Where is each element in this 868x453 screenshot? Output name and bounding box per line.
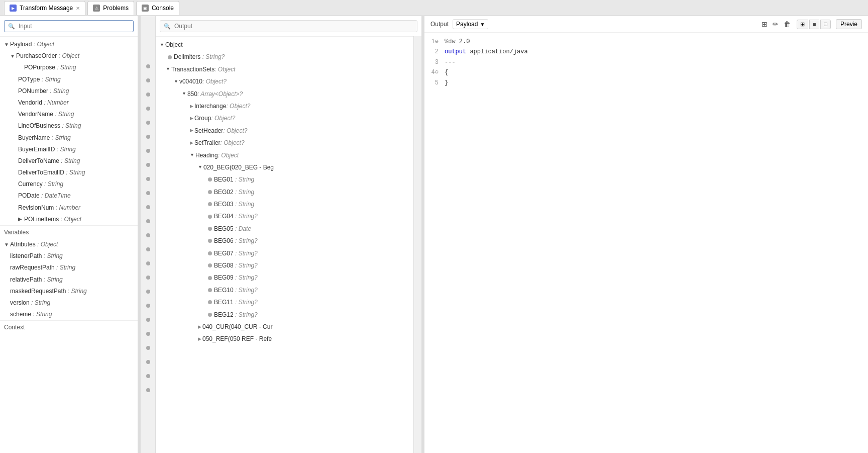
connector-dot	[146, 290, 150, 294]
preview-button[interactable]: Previe	[836, 19, 862, 29]
listenerpath-item[interactable]: listenerPath : String	[0, 250, 138, 262]
beg11-item[interactable]: BEG11 : String?	[156, 296, 421, 308]
delivertoemailid-item[interactable]: DeliverToEmailID : String	[0, 167, 138, 178]
setheader-label: SetHeader	[194, 126, 223, 136]
connector-circle	[208, 202, 212, 206]
popurpose-item[interactable]: POPurpose : String	[0, 62, 138, 73]
beg10-item[interactable]: BEG10 : String?	[156, 284, 421, 296]
output-search-bar: 🔍	[156, 16, 421, 37]
group-label: Group	[194, 113, 211, 123]
vendorname-label: VendorName	[18, 110, 53, 119]
tab-transform[interactable]: ▶ Transform Message ✕	[4, 1, 85, 15]
group-item[interactable]: ▶ Group : Object?	[156, 112, 421, 124]
ponumber-type: : String	[48, 86, 69, 96]
expand-triangle: ▶	[198, 335, 201, 343]
beg02-item[interactable]: BEG02 : String	[156, 186, 421, 198]
v004010-item[interactable]: ▼ v004010 : Object?	[156, 75, 421, 87]
connector-dot	[146, 233, 150, 237]
line-content: ---	[445, 57, 456, 67]
revisionnum-item[interactable]: RevisionNum : Number	[0, 202, 138, 214]
connector-dot	[146, 78, 150, 82]
beg12-item[interactable]: BEG12 : String?	[156, 309, 421, 321]
beg03-item[interactable]: BEG03 : String	[156, 198, 421, 210]
view-toggle-split2[interactable]: ⊞	[797, 20, 808, 29]
tab-problems-label: Problems	[103, 5, 129, 12]
beg08-item[interactable]: BEG08 : String?	[156, 259, 421, 271]
potype-item[interactable]: POType : String	[0, 74, 138, 85]
transform-icon: ▶	[10, 5, 17, 12]
payload-root[interactable]: ▼ Payload : Object	[0, 39, 138, 50]
beg07-item[interactable]: BEG07 : String?	[156, 247, 421, 259]
expand-triangle: ▼	[198, 163, 202, 171]
020beg-item[interactable]: ▼ 020_BEG(020_BEG - Beg	[156, 161, 421, 173]
settrailer-item[interactable]: ▶ SetTrailer : Object?	[156, 137, 421, 149]
850-item[interactable]: ▼ 850 : Array<Object>?	[156, 88, 421, 100]
version-item[interactable]: version : String	[0, 297, 138, 309]
setheader-item[interactable]: ▶ SetHeader : Object?	[156, 125, 421, 137]
view-toggle-split[interactable]: ≡	[809, 20, 819, 29]
heading-item[interactable]: ▼ Heading : Object	[156, 149, 421, 161]
output-search-input[interactable]	[160, 20, 417, 32]
scheme-item[interactable]: scheme : String	[0, 309, 138, 320]
beg01-item[interactable]: BEG01 : String	[156, 173, 421, 186]
podate-item[interactable]: PODate : DateTime	[0, 190, 138, 202]
interchange-label: Interchange	[194, 101, 226, 111]
object-root[interactable]: ▼ Object	[156, 39, 421, 51]
podate-type: : DateTime	[40, 191, 71, 201]
maskedrequestpath-item[interactable]: maskedRequestPath : String	[0, 286, 138, 297]
edit-icon[interactable]: ✏	[772, 19, 780, 29]
beg11-label: BEG11 : String?	[214, 297, 258, 307]
attributes-root[interactable]: ▼ Attributes : Object	[0, 239, 138, 250]
purchase-order-item[interactable]: ▼ PurchaseOrder : Object	[0, 50, 138, 62]
050ref-item[interactable]: ▶ 050_REF(050 REF - Refe	[156, 333, 421, 345]
currency-item[interactable]: Currency : String	[0, 178, 138, 190]
vendorid-item[interactable]: VendorId : Number	[0, 97, 138, 109]
add-icon[interactable]: ⊞	[761, 19, 769, 29]
buyername-item[interactable]: BuyerName : String	[0, 132, 138, 144]
buyeremailid-label: BuyerEmailID	[18, 145, 55, 154]
tab-close-button[interactable]: ✕	[76, 6, 80, 11]
delimiters-item[interactable]: Delimiters : String?	[156, 51, 421, 63]
input-search-bar: 🔍	[0, 16, 138, 37]
beg04-item[interactable]: BEG04 : String?	[156, 210, 421, 222]
polineitems-item[interactable]: ▶ POLineItems : Object	[0, 214, 138, 225]
connector-dot	[146, 149, 150, 153]
delivertoname-item[interactable]: DeliverToName : String	[0, 155, 138, 167]
tab-console[interactable]: ▣ Console	[136, 1, 179, 15]
collapsed-icon: ▶	[18, 215, 24, 223]
delete-icon[interactable]: 🗑	[783, 19, 792, 29]
lineofbusiness-item[interactable]: LineOfBusiness : String	[0, 120, 138, 132]
beg06-item[interactable]: BEG06 : String?	[156, 235, 421, 247]
transactionsets-item[interactable]: ▼ TransactionSets : Object	[156, 63, 421, 75]
tab-problems[interactable]: ⚠ Problems	[87, 1, 134, 15]
connector-circle	[208, 251, 212, 255]
beg05-item[interactable]: BEG05 : Date	[156, 223, 421, 235]
code-editor[interactable]: 1⊖ %dw 2.0 2 output application/java 3 -…	[424, 33, 868, 453]
payload-type: : Object	[32, 40, 54, 49]
connector-dot	[146, 261, 150, 265]
ponumber-item[interactable]: PONumber : String	[0, 85, 138, 97]
revisionnum-type: : Number	[54, 203, 80, 213]
context-section: Context	[0, 320, 138, 334]
scheme-label: scheme	[10, 310, 31, 319]
buyeremailid-item[interactable]: BuyerEmailID : String	[0, 144, 138, 155]
line-number: 1⊖	[428, 37, 439, 47]
line-number: 2	[428, 47, 439, 57]
beg09-item[interactable]: BEG09 : String?	[156, 271, 421, 284]
payload-selector[interactable]: Payload ▼	[453, 19, 488, 29]
beg03-label: BEG03 : String	[214, 199, 254, 209]
view-toggle-full[interactable]: □	[820, 20, 831, 29]
rawrequestpath-item[interactable]: rawRequestPath : String	[0, 262, 138, 274]
transactionsets-type: : Object	[214, 64, 235, 74]
beg01-label: BEG01 : String	[214, 174, 254, 185]
vendorname-item[interactable]: VendorName : String	[0, 109, 138, 120]
search-input[interactable]	[4, 20, 134, 32]
040cur-item[interactable]: ▶ 040_CUR(040_CUR - Cur	[156, 321, 421, 333]
payload-selector-label: Payload	[456, 21, 478, 28]
relativepath-item[interactable]: relativePath : String	[0, 274, 138, 286]
interchange-item[interactable]: ▶ Interchange : Object?	[156, 100, 421, 112]
variables-section: Variables	[0, 225, 138, 239]
group-type: : Object?	[211, 113, 235, 123]
listenerpath-type: : String	[42, 251, 62, 261]
connector-circle	[208, 239, 212, 243]
